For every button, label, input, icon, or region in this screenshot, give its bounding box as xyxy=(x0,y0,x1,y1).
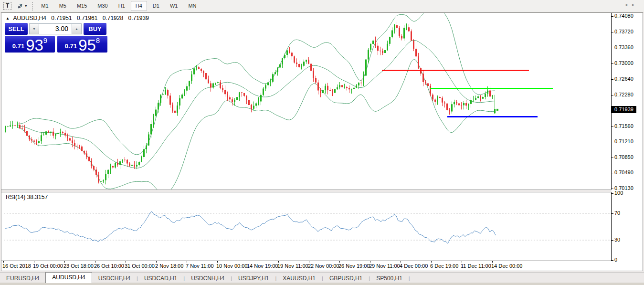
arrows-tool-button[interactable]: ▾ xyxy=(15,1,28,11)
ohlc-high: 0.71961 xyxy=(77,15,97,21)
rsi-indicator-pane[interactable] xyxy=(4,192,611,261)
chart-tab-bar: EURUSD,H4AUDUSD,H4USDCHF,H4|USDCAD,H1|US… xyxy=(0,273,644,283)
text-tool-icon: T xyxy=(3,2,11,10)
price-axis-label: 0.73720 xyxy=(614,29,633,34)
price-axis-label: 0.72640 xyxy=(614,76,633,82)
arrows-tool-icon xyxy=(16,2,24,10)
chart-symbol-period: AUDUSD,H4 xyxy=(13,15,46,21)
price-axis-label: 0.72280 xyxy=(614,92,633,97)
price-axis-tick xyxy=(612,79,613,80)
time-axis-tick xyxy=(34,261,34,263)
time-axis-tick xyxy=(95,261,95,263)
price-axis-tick xyxy=(612,158,613,158)
time-axis-label: 23 Oct 18:00 xyxy=(63,263,94,269)
tab-usdcad-h1[interactable]: USDCAD,H1 xyxy=(138,274,183,283)
rsi-axis-tick xyxy=(612,240,613,241)
time-axis-label: 19 Nov 11:00 xyxy=(277,263,308,269)
timeframe-d1-button[interactable]: D1 xyxy=(148,1,164,11)
time-axis-tick xyxy=(401,261,401,263)
time-axis-label: 29 Nov 11:00 xyxy=(369,263,400,269)
pane-splitter[interactable] xyxy=(1,190,612,192)
up-arrow-icon: ▲ xyxy=(75,27,78,31)
time-axis-line xyxy=(1,261,612,261)
tab-scroll-right-icon[interactable]: ▸ xyxy=(632,2,639,7)
time-axis-label: 26 Oct 10:00 xyxy=(94,263,124,269)
toolbar-separator xyxy=(32,2,33,11)
price-axis-tick xyxy=(612,95,613,95)
timeframe-h1-button[interactable]: H1 xyxy=(114,1,130,11)
sell-button[interactable]: SELL xyxy=(5,23,28,35)
time-axis-tick xyxy=(370,261,370,263)
price-axis-tick xyxy=(612,173,613,173)
tab-separator: | xyxy=(409,274,410,283)
status-strip xyxy=(0,283,644,285)
top-toolbar: T ▾ M1M5M15M30H1H4D1W1MN xyxy=(0,0,644,12)
buy-price-display[interactable]: 0.71 95 8 xyxy=(57,36,107,53)
tab-xauusd-h1[interactable]: XAUUSD,H1 xyxy=(276,274,322,283)
time-axis-label: 19 Oct 00:00 xyxy=(33,263,63,269)
metatrader-window: T ▾ M1M5M15M30H1H4D1W1MN ▲ AUDUSD,H4 0.7… xyxy=(0,0,644,285)
price-axis-label: 0.73360 xyxy=(614,44,633,50)
ohlc-close: 0.71939 xyxy=(128,15,149,21)
timeframe-h4-button[interactable]: H4 xyxy=(131,1,147,11)
tab-eurusd-h4[interactable]: EURUSD,H4 xyxy=(0,274,45,283)
tab-usdchf-h4[interactable]: USDCHF,H4 xyxy=(92,274,137,283)
price-axis-label: 0.71210 xyxy=(614,138,633,144)
time-axis-label: 11 Dec 11:00 xyxy=(461,263,491,269)
ohlc-open: 0.71951 xyxy=(51,15,72,21)
timeframe-m15-button[interactable]: M15 xyxy=(72,1,92,11)
tab-audusd-h4[interactable]: AUDUSD,H4 xyxy=(45,272,92,283)
dropdown-caret-icon: ▾ xyxy=(25,4,27,8)
price-axis-line xyxy=(611,13,612,261)
time-axis-tick xyxy=(492,261,493,263)
rsi-line xyxy=(5,211,496,243)
last-price-marker xyxy=(496,109,498,111)
time-axis-label: 4 Dec 00:00 xyxy=(400,263,428,269)
time-axis-label: 31 Oct 00:00 xyxy=(125,263,155,269)
price-axis-label: 0.70490 xyxy=(614,169,633,175)
rsi-axis-label: 0 xyxy=(614,257,617,263)
time-axis-tick xyxy=(248,261,248,263)
tab-scroll-arrows: ◂▸ xyxy=(625,2,639,7)
text-tool-button[interactable]: T xyxy=(2,1,13,11)
time-axis-label: 14 Dec 00:00 xyxy=(491,263,522,269)
timeframe-m1-button[interactable]: M1 xyxy=(36,1,53,11)
timeframe-m5-button[interactable]: M5 xyxy=(54,1,71,11)
price-axis-label: 0.73000 xyxy=(614,60,633,66)
time-axis-tick xyxy=(278,261,279,263)
time-axis-tick xyxy=(309,261,309,263)
price-axis-tick xyxy=(612,48,613,48)
tab-gbpusd-h1[interactable]: GBPUSD,H1 xyxy=(323,274,369,283)
time-axis-tick xyxy=(156,261,157,263)
timeframe-mn-button[interactable]: MN xyxy=(183,1,201,11)
price-axis-tick xyxy=(612,189,613,189)
price-axis-label: 0.71560 xyxy=(614,123,633,129)
volume-input[interactable]: 3.00 xyxy=(39,23,72,34)
volume-increase-button[interactable]: ▲ xyxy=(72,23,82,34)
price-axis-tick xyxy=(612,16,613,17)
chart-ohlc-title: ▲ AUDUSD,H4 0.71951 0.71961 0.71928 0.71… xyxy=(6,15,152,21)
time-axis-tick xyxy=(126,261,126,263)
buy-price-prefix: 0.71 xyxy=(65,42,77,50)
price-axis-label: 0.74080 xyxy=(614,13,633,19)
tab-usdjpy-h1[interactable]: USDJPY,H1 xyxy=(232,274,275,283)
timeframe-m30-button[interactable]: M30 xyxy=(93,1,112,11)
down-arrow-icon: ▼ xyxy=(32,27,36,31)
time-axis-tick xyxy=(64,261,65,263)
sell-price-display[interactable]: 0.71 93 9 xyxy=(5,36,55,53)
timeframe-w1-button[interactable]: W1 xyxy=(165,1,183,11)
tab-scroll-left-icon[interactable]: ◂ xyxy=(625,2,632,7)
time-axis-label: 22 Nov 00:00 xyxy=(308,263,339,269)
rsi-axis-tick xyxy=(612,260,613,261)
sell-price-prefix: 0.71 xyxy=(12,42,24,50)
tab-usdcnh-h4[interactable]: USDCNH,H4 xyxy=(185,274,231,283)
time-axis-label: 7 Nov 11:00 xyxy=(186,263,214,269)
one-click-trading-panel: SELL ▼ 3.00 ▲ BUY 0.71 93 9 0.71 95 8 xyxy=(5,23,107,53)
time-axis-tick xyxy=(462,261,462,263)
volume-decrease-button[interactable]: ▼ xyxy=(29,23,39,34)
panel-toggle-icon[interactable]: ▲ xyxy=(6,16,10,21)
tab-sp500-h1[interactable]: SP500,H1 xyxy=(370,274,409,283)
current-price-tag: 0.71939 xyxy=(612,106,636,113)
rsi-axis-tick xyxy=(612,193,613,194)
buy-button[interactable]: BUY xyxy=(84,23,106,35)
